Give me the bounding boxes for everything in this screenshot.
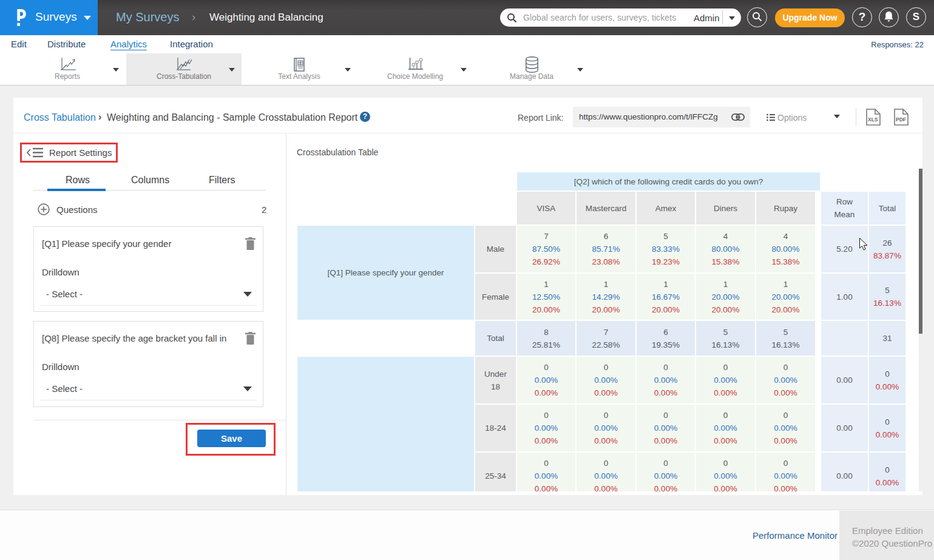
svg-text:XLS: XLS	[868, 116, 878, 123]
svg-text:PDF: PDF	[896, 116, 906, 123]
